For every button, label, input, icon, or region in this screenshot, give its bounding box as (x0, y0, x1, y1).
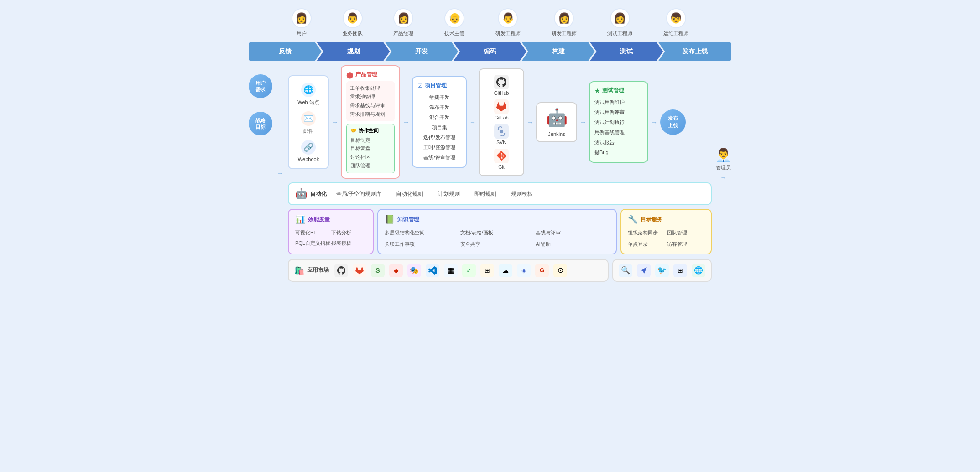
auto-item-1: 全局/子空间规则库 (336, 190, 381, 198)
webhook-label: Webhook (298, 156, 319, 162)
efficiency-text: 效能度量 (308, 216, 330, 223)
email-icon: ✉️ (301, 111, 316, 126)
knowledge-text: 知识管理 (397, 216, 419, 223)
app-check-icon: ✓ (462, 264, 476, 277)
role-avatar-ops: 👦 (666, 8, 686, 28)
github-label: GitHub (494, 90, 509, 96)
app-cloud-icon: ☁ (499, 264, 512, 277)
roles-row: 👩 用户 👨 业务团队 👩 产品经理 👴 技术主管 👨 研发工程师 👩 研发工程… (249, 8, 731, 41)
app-vscode-icon (426, 264, 439, 277)
jenkins-avatar: 🤖 (546, 108, 568, 128)
web-label: Web 站点 (297, 99, 319, 106)
admin-arrow: → (720, 174, 727, 181)
auto-item-2: 自动化规则 (396, 190, 423, 198)
dir-item-3: 单点登录 (628, 239, 665, 249)
right-tools-card: 🔍 🐦 ⊞ 🌐 (612, 259, 712, 282)
role-tech-lead: 👴 技术主管 (444, 8, 464, 37)
collab-label: 协作空间 (359, 127, 379, 134)
arrow-1: → (331, 119, 339, 126)
project-item-1: 敏捷开发 (417, 92, 461, 102)
admin-area: 👨‍💼 管理员 → (715, 65, 731, 181)
collab-item-3: 讨论社区 (350, 153, 391, 161)
test-star-icon: ★ (594, 87, 600, 94)
efficiency-grid: 可视化BI 下钻分析 PQL自定义指标 报表模板 (295, 228, 366, 248)
test-item-3: 测试计划执行 (594, 117, 643, 127)
role-label-dev2: 研发工程师 (552, 30, 577, 37)
entry-card: 🌐 Web 站点 ✉️ 邮件 🔗 Webhook (288, 75, 329, 169)
project-item-2: 瀑布开发 (417, 102, 461, 112)
project-check-icon: ☑ (417, 82, 423, 89)
role-label-pm: 产品经理 (393, 30, 413, 37)
efficiency-label: 📊 效能度量 (295, 214, 366, 224)
tool-nav-icon (637, 264, 651, 277)
product-mgmt-card: ⬤ 产品管理 工单收集处理 需求池管理 需求基线与评审 需求排期与规划 🤝 协作… (341, 65, 400, 179)
test-mgmt-card: ★ 测试管理 测试用例维护 测试用例评审 测试计划执行 用例基线管理 测试报告 … (589, 81, 648, 163)
test-item-1: 测试用例维护 (594, 97, 643, 107)
jenkins-card: 🤖 Jenkins (536, 102, 577, 142)
eff-item-2: 下钻分析 (331, 228, 366, 238)
role-avatar-qa: 👩 (610, 8, 630, 28)
know-item-1: 多层级结构化空间 (385, 228, 459, 238)
product-mgmt-header: ⬤ 产品管理 (346, 71, 395, 78)
entry-web: 🌐 Web 站点 (297, 83, 319, 106)
role-avatar-tech-lead: 👴 (444, 8, 464, 28)
right-app-icons: 🔍 🐦 ⊞ 🌐 (619, 264, 705, 277)
knowledge-grid: 多层级结构化空间 文档/表格/画板 基线与评审 关联工作事项 安全共享 AI辅助 (385, 228, 610, 249)
role-label-tech-lead: 技术主管 (444, 30, 464, 37)
test-item-5: 测试报告 (594, 137, 643, 147)
app-g-icon: G (535, 264, 549, 277)
role-dev1: 👨 研发工程师 (495, 8, 521, 37)
admin-label: 👨‍💼 管理员 (715, 147, 731, 171)
tool-globe-icon: 🌐 (692, 264, 705, 277)
jenkins-label: Jenkins (548, 131, 565, 137)
git-label: Git (498, 164, 504, 170)
product-section1: 工单收集处理 需求池管理 需求基线与评审 需求排期与规划 (346, 81, 395, 121)
app-market-card: 🛍️ 应用市场 S ◆ 🎭 (288, 259, 609, 282)
github-icon (494, 75, 509, 89)
auto-item-5: 规则模板 (511, 190, 533, 198)
gitlab-icon (494, 99, 509, 114)
app-figma-icon: ▦ (444, 264, 458, 277)
auto-item-4: 即时规则 (474, 190, 496, 198)
role-label-qa: 测试工程师 (607, 30, 632, 37)
directory-grid: 组织架构同步 团队管理 单点登录 访客管理 (628, 228, 704, 249)
label-strategic-goal: 战略目标 (249, 112, 272, 135)
project-item-3: 混合开发 (417, 112, 461, 122)
role-avatar-user: 👩 (292, 8, 312, 28)
role-avatar-dev2: 👩 (554, 8, 574, 28)
code-tools-card: GitHub GitLab SVN (479, 68, 524, 176)
app-sun-icon: ⊙ (553, 264, 567, 277)
collab-item-1: 目标制定 (350, 136, 391, 145)
product-item-3: 需求基线与评审 (350, 101, 391, 110)
role-dev2: 👩 研发工程师 (552, 8, 577, 37)
book-icon: 📗 (385, 214, 395, 224)
know-item-5: 安全共享 (460, 239, 534, 249)
project-item-5: 迭代/发布管理 (417, 132, 461, 142)
role-avatar-pm: 👩 (393, 8, 413, 28)
dir-item-1: 组织架构同步 (628, 228, 665, 238)
app-diamond2-icon: ◈ (517, 264, 531, 277)
left-arrow: → (276, 170, 284, 177)
project-mgmt-card: ☑ 项目管理 敏捷开发 瀑布开发 混合开发 项目集 迭代/发布管理 工时/资源管… (412, 76, 467, 168)
eff-item-3: PQL自定义指标 (295, 239, 330, 248)
knowledge-label: 📗 知识管理 (385, 214, 610, 224)
admin-avatar: 👨‍💼 (715, 147, 731, 162)
tool-twitter-icon: 🐦 (655, 264, 669, 277)
role-user: 👩 用户 (292, 8, 312, 37)
automation-text: 自动化 (310, 190, 327, 198)
arrow-5: → (579, 119, 587, 126)
process-banner: 反馈 规划 开发 编码 构建 测试 发布上线 (249, 42, 731, 61)
role-avatar-business: 👨 (343, 8, 363, 28)
app-grid-icon: ⊞ (480, 264, 494, 277)
entry-webhook: 🔗 Webhook (298, 140, 319, 162)
test-item-4: 用例基线管理 (594, 127, 643, 137)
market-icon: 🛍️ (294, 265, 304, 275)
product-red-icon: ⬤ (346, 71, 354, 78)
knowledge-card: 📗 知识管理 多层级结构化空间 文档/表格/画板 基线与评审 关联工作事项 安全… (377, 209, 617, 254)
label-user-demand: 用户需求 (249, 74, 272, 98)
left-labels: 用户需求 战略目标 (249, 65, 272, 135)
project-item-4: 项目集 (417, 122, 461, 132)
role-qa: 👩 测试工程师 (607, 8, 632, 37)
role-label-ops: 运维工程师 (663, 30, 688, 37)
git-item: Git (494, 149, 509, 170)
